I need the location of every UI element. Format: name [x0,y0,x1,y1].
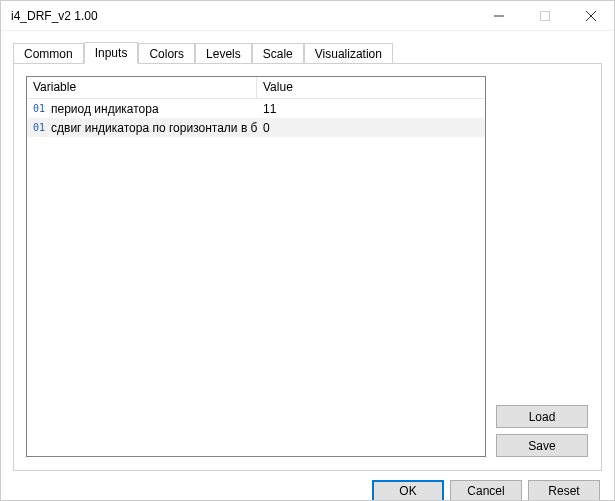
side-button-group: Load Save [486,76,589,458]
table-row[interactable]: 01 период индикатора 11 [27,99,485,118]
table-row[interactable]: 01 сдвиг индикатора по горизонтали в б..… [27,118,485,137]
column-header-value[interactable]: Value [257,77,485,99]
column-header-variable[interactable]: Variable [27,77,257,99]
tab-colors[interactable]: Colors [138,43,195,64]
tab-visualization[interactable]: Visualization [304,43,393,64]
close-button[interactable] [568,1,614,31]
type-badge-icon: 01 [33,122,47,133]
table-header: Variable Value [27,77,485,99]
variable-value[interactable]: 0 [257,119,485,137]
maximize-icon [540,11,550,21]
close-icon [586,11,596,21]
minimize-icon [494,11,504,21]
variable-name: сдвиг индикатора по горизонтали в б... [51,121,257,135]
dialog-footer: OK Cancel Reset [1,471,614,501]
tab-scale[interactable]: Scale [252,43,304,64]
tab-bar: Common Inputs Colors Levels Scale Visual… [13,41,602,63]
inputs-table[interactable]: Variable Value 01 период индикатора 11 0… [26,76,486,457]
window-title: i4_DRF_v2 1.00 [1,9,476,23]
variable-value[interactable]: 11 [257,100,485,118]
reset-button[interactable]: Reset [528,480,600,502]
titlebar: i4_DRF_v2 1.00 [1,1,614,31]
load-button[interactable]: Load [496,405,588,428]
maximize-button [522,1,568,31]
ok-button[interactable]: OK [372,480,444,502]
minimize-button[interactable] [476,1,522,31]
tab-panel-inputs: Variable Value 01 период индикатора 11 0… [13,63,602,471]
variable-name: период индикатора [51,102,159,116]
save-button[interactable]: Save [496,434,588,457]
svg-rect-1 [541,11,550,20]
tab-common[interactable]: Common [13,43,84,64]
dialog-content: Common Inputs Colors Levels Scale Visual… [1,31,614,471]
type-badge-icon: 01 [33,103,47,114]
tab-inputs[interactable]: Inputs [84,42,139,64]
tab-levels[interactable]: Levels [195,43,252,64]
cancel-button[interactable]: Cancel [450,480,522,502]
